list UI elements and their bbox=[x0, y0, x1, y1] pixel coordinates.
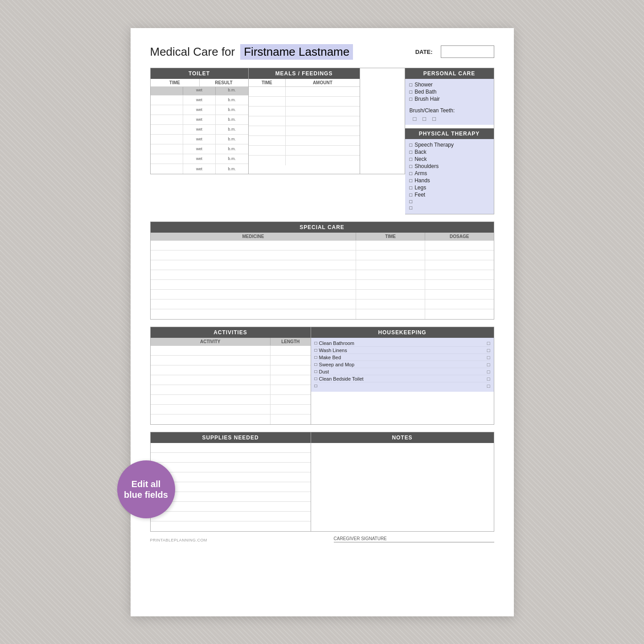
personal-brushhair: □ Brush Hair bbox=[410, 96, 489, 102]
physical-therapy-section: PHYSICAL THERAPY □Speech Therapy □Back □… bbox=[405, 128, 494, 214]
caregiver-signature[interactable]: CAREGIVER SIGNATURE bbox=[334, 536, 494, 542]
cb-clean-bathroom-2[interactable]: □ bbox=[487, 340, 490, 346]
cb-make-bed[interactable]: □ bbox=[315, 355, 317, 360]
pt-custom1: □ bbox=[410, 199, 489, 204]
notes-header: NOTES bbox=[311, 432, 494, 443]
pt-speech-label: Speech Therapy bbox=[414, 142, 454, 148]
title-prefix: Medical Care for bbox=[150, 45, 235, 59]
hk-clean-bedside-toilet-label: Clean Bedside Toilet bbox=[319, 376, 364, 381]
table-row bbox=[151, 346, 311, 356]
table-row bbox=[249, 136, 360, 146]
cb-custom2[interactable]: □ bbox=[410, 205, 413, 210]
hk-wash-linens-label: Wash Linens bbox=[319, 348, 347, 353]
housekeeping-section: HOUSEKEEPING □Clean Bathroom □ □Wash Lin… bbox=[311, 327, 494, 425]
toilet-time-col: TIME bbox=[151, 79, 200, 86]
cb-legs[interactable]: □ bbox=[410, 185, 413, 190]
cb-dust[interactable]: □ bbox=[315, 369, 317, 374]
notes-body[interactable] bbox=[311, 443, 494, 531]
meals-time-col: TIME bbox=[249, 79, 286, 86]
checkbox-brushhair[interactable]: □ bbox=[410, 96, 413, 102]
table-row bbox=[249, 116, 360, 126]
table-row: wetb.m. bbox=[151, 144, 248, 154]
cb-hands[interactable]: □ bbox=[410, 178, 413, 183]
top-section: TOILET TIME RESULT wet b.m. wetb.m. wetb… bbox=[150, 68, 494, 214]
cb-clean-bedside-toilet[interactable]: □ bbox=[315, 376, 317, 381]
table-row bbox=[151, 309, 494, 319]
housekeeping-header: HOUSEKEEPING bbox=[311, 327, 494, 338]
housekeeping-body: □Clean Bathroom □ □Wash Linens □ □Make B… bbox=[311, 338, 494, 392]
table-row bbox=[151, 356, 311, 365]
toilet-meals-wrapper: TOILET TIME RESULT wet b.m. wetb.m. wetb… bbox=[150, 68, 405, 174]
personal-brushhair-label: Brush Hair bbox=[414, 96, 440, 102]
checkbox-bedbath[interactable]: □ bbox=[410, 89, 413, 94]
supplies-notes-wrapper: SUPPLIES NEEDED NOTES bbox=[150, 432, 494, 532]
brush-cb-2[interactable]: □ bbox=[422, 115, 426, 122]
cb-sweep-mop[interactable]: □ bbox=[315, 362, 317, 367]
cb-make-bed-2[interactable]: □ bbox=[487, 355, 490, 360]
pt-back: □Back bbox=[410, 149, 489, 155]
cb-neck[interactable]: □ bbox=[410, 156, 413, 162]
brush-cb-3[interactable]: □ bbox=[432, 115, 436, 122]
table-row bbox=[151, 250, 494, 260]
supplies-header: SUPPLIES NEEDED bbox=[151, 432, 311, 443]
pt-arms-label: Arms bbox=[414, 170, 427, 176]
pt-neck-label: Neck bbox=[414, 156, 427, 162]
pt-custom2: □ bbox=[410, 205, 489, 210]
cb-clean-bathroom[interactable]: □ bbox=[315, 340, 317, 345]
cb-wash-linens[interactable]: □ bbox=[315, 348, 317, 353]
toilet-wet-label: wet bbox=[183, 87, 216, 95]
toilet-result-col: RESULT bbox=[200, 79, 248, 86]
table-row bbox=[151, 365, 311, 375]
patient-name[interactable]: Firstname Lastname bbox=[240, 44, 353, 60]
cb-arms[interactable]: □ bbox=[410, 171, 413, 176]
table-row: wetb.m. bbox=[151, 115, 248, 125]
pt-shoulders: □Shoulders bbox=[410, 163, 489, 169]
pt-legs-label: Legs bbox=[414, 185, 426, 191]
table-row bbox=[249, 97, 360, 107]
table-row: wetb.m. bbox=[151, 105, 248, 115]
list-item bbox=[151, 521, 311, 531]
table-row bbox=[151, 280, 494, 290]
cb-shoulders[interactable]: □ bbox=[410, 164, 413, 169]
activities-header: ACTIVITIES bbox=[151, 327, 311, 338]
date-input[interactable] bbox=[441, 45, 494, 58]
table-row bbox=[151, 375, 311, 385]
notes-section: NOTES bbox=[311, 432, 494, 532]
cb-hk-custom[interactable]: □ bbox=[315, 383, 317, 388]
title-row: Medical Care for Firstname Lastname DATE… bbox=[150, 44, 494, 60]
checkbox-shower[interactable]: □ bbox=[410, 82, 413, 87]
cb-speech[interactable]: □ bbox=[410, 142, 413, 148]
cb-feet[interactable]: □ bbox=[410, 192, 413, 197]
pt-shoulders-label: Shoulders bbox=[414, 163, 439, 169]
brush-teeth-boxes: □ □ □ bbox=[410, 115, 489, 122]
table-row: wetb.m. bbox=[151, 135, 248, 144]
activity-col: ACTIVITY bbox=[151, 338, 271, 345]
personal-shower-label: Shower bbox=[414, 82, 433, 88]
cb-custom1[interactable]: □ bbox=[410, 199, 413, 204]
pt-feet-label: Feet bbox=[414, 192, 425, 198]
sc-medicine-col: MEDICINE bbox=[151, 233, 357, 240]
toilet-header: TOILET bbox=[151, 68, 248, 79]
pt-neck: □Neck bbox=[410, 156, 489, 162]
cb-sweep-mop-2[interactable]: □ bbox=[487, 362, 490, 367]
physical-therapy-body: □Speech Therapy □Back □Neck □Shoulders □… bbox=[405, 139, 494, 214]
cb-clean-bedside-toilet-2[interactable]: □ bbox=[487, 376, 490, 381]
edit-badge: Edit all blue fields bbox=[117, 460, 175, 518]
personal-bedbath-label: Bed Bath bbox=[414, 89, 436, 95]
table-row bbox=[151, 241, 494, 250]
cb-dust-2[interactable]: □ bbox=[487, 369, 490, 374]
hk-clean-bedside-toilet: □Clean Bedside Toilet □ bbox=[315, 376, 490, 382]
date-label: DATE: bbox=[415, 49, 433, 55]
list-item bbox=[151, 463, 311, 472]
brush-cb-1[interactable]: □ bbox=[413, 115, 417, 122]
cb-hk-custom-2[interactable]: □ bbox=[487, 383, 490, 389]
table-row bbox=[151, 414, 311, 424]
cb-wash-linens-2[interactable]: □ bbox=[487, 348, 490, 353]
special-care-section: SPECIAL CARE MEDICINE TIME DOSAGE bbox=[150, 222, 494, 320]
table-row bbox=[249, 146, 360, 156]
table-row bbox=[249, 107, 360, 116]
hk-custom: □ □ bbox=[315, 383, 490, 389]
cb-back[interactable]: □ bbox=[410, 149, 413, 155]
physical-therapy-header: PHYSICAL THERAPY bbox=[405, 128, 494, 139]
table-row bbox=[151, 395, 311, 405]
